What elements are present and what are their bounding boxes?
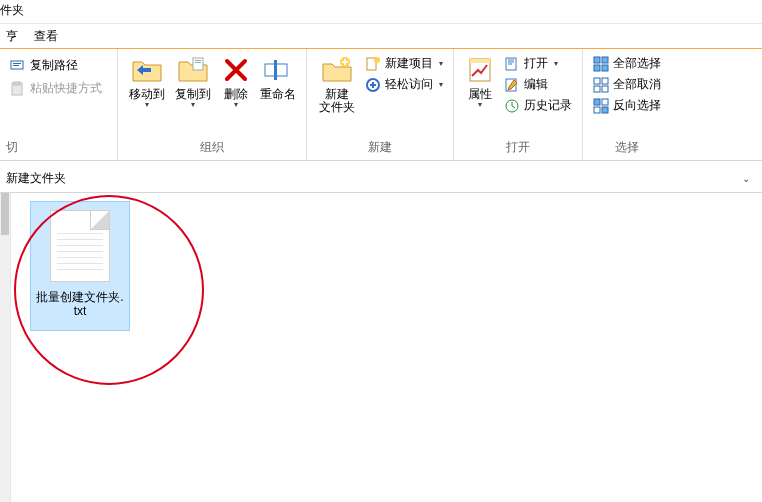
file-name-label: 批量创建文件夹. txt (36, 290, 123, 318)
svg-rect-6 (195, 60, 201, 61)
select-group-label: 选择 (589, 137, 665, 158)
menu-share[interactable]: 亨 (6, 28, 18, 45)
edit-button[interactable]: 编辑 (504, 75, 572, 94)
ribbon-accent-border (0, 48, 762, 49)
easy-access-icon (365, 77, 381, 93)
dropdown-caret-icon: ▾ (234, 102, 238, 108)
invert-selection-label: 反向选择 (613, 97, 661, 114)
invert-selection-button[interactable]: 反向选择 (593, 96, 661, 115)
svg-rect-12 (342, 61, 348, 63)
svg-point-14 (374, 57, 380, 63)
ribbon-group-clipboard: 复制路径 粘贴快捷方式 切 (0, 48, 118, 160)
paste-shortcut-label: 粘贴快捷方式 (30, 80, 102, 97)
rename-icon (262, 54, 294, 86)
paste-shortcut-button: 粘贴快捷方式 (8, 79, 109, 98)
file-item[interactable]: 批量创建文件夹. txt (30, 201, 130, 331)
ribbon: 复制路径 粘贴快捷方式 切 移动到 ▾ (0, 48, 762, 161)
properties-button[interactable]: 属性 ▾ (460, 52, 500, 137)
address-bar[interactable]: 新建文件夹 ⌄ (0, 165, 762, 193)
file-list-area: 批量创建文件夹. txt (0, 193, 762, 502)
select-all-icon (593, 56, 609, 72)
menu-view[interactable]: 查看 (34, 28, 58, 45)
open-label: 打开 (524, 55, 548, 72)
nav-scrollbar[interactable] (0, 193, 11, 502)
copy-to-icon (177, 54, 209, 86)
new-group-label: 新建 (313, 137, 447, 158)
rename-label: 重命名 (260, 88, 296, 101)
invert-selection-icon (593, 98, 609, 114)
organize-group-label: 组织 (124, 137, 300, 158)
svg-rect-4 (14, 82, 20, 85)
select-none-label: 全部取消 (613, 76, 661, 93)
ribbon-group-organize: 移动到 ▾ 复制到 ▾ 删除 ▾ 重命名 (118, 48, 307, 160)
delete-icon (220, 54, 252, 86)
text-file-icon (50, 210, 110, 282)
new-folder-button[interactable]: 新建 文件夹 (313, 52, 361, 137)
svg-rect-21 (594, 57, 600, 63)
svg-rect-28 (602, 86, 608, 92)
properties-icon (464, 54, 496, 86)
svg-rect-17 (470, 59, 490, 63)
dropdown-caret-icon: ▾ (478, 102, 482, 108)
svg-rect-2 (13, 65, 19, 66)
dropdown-caret-icon: ▾ (145, 102, 149, 108)
svg-rect-22 (602, 57, 608, 63)
new-folder-icon (321, 54, 353, 86)
svg-rect-9 (274, 60, 277, 80)
dropdown-caret-icon: ▾ (439, 59, 443, 68)
move-to-icon (131, 54, 163, 86)
svg-rect-27 (594, 86, 600, 92)
open-icon (504, 56, 520, 72)
svg-rect-31 (594, 107, 600, 113)
ribbon-group-open: 属性 ▾ 打开 ▾ 编辑 (454, 48, 583, 160)
rename-button[interactable]: 重命名 (256, 52, 300, 137)
svg-rect-26 (602, 78, 608, 84)
dropdown-caret-icon: ▾ (439, 80, 443, 89)
new-item-icon (365, 56, 381, 72)
menu-bar: 亨 查看 (0, 24, 762, 48)
window-title: 件夹 (0, 3, 24, 17)
svg-rect-29 (594, 99, 600, 105)
clipboard-fragment-label: 切 (6, 137, 111, 158)
svg-rect-1 (13, 63, 21, 64)
easy-access-button[interactable]: 轻松访问 ▾ (365, 75, 443, 94)
copy-path-label: 复制路径 (30, 57, 78, 74)
address-path: 新建文件夹 (6, 170, 736, 187)
edit-icon (504, 77, 520, 93)
ribbon-group-select: 全部选择 全部取消 反向选择 选择 (583, 48, 671, 160)
open-group-label: 打开 (460, 137, 576, 158)
svg-rect-25 (594, 78, 600, 84)
move-to-button[interactable]: 移动到 ▾ (124, 52, 170, 137)
copy-to-button[interactable]: 复制到 ▾ (170, 52, 216, 137)
scrollbar-thumb[interactable] (1, 193, 9, 235)
easy-access-label: 轻松访问 (385, 76, 433, 93)
svg-rect-23 (594, 65, 600, 71)
address-dropdown-icon[interactable]: ⌄ (736, 173, 756, 184)
svg-rect-24 (602, 65, 608, 71)
history-label: 历史记录 (524, 97, 572, 114)
copy-path-button[interactable]: 复制路径 (8, 56, 109, 75)
new-item-label: 新建项目 (385, 55, 433, 72)
select-none-button[interactable]: 全部取消 (593, 75, 661, 94)
new-item-button[interactable]: 新建项目 ▾ (365, 54, 443, 73)
select-all-label: 全部选择 (613, 55, 661, 72)
select-all-button[interactable]: 全部选择 (593, 54, 661, 73)
history-icon (504, 98, 520, 114)
window-title-area: 件夹 (0, 0, 762, 24)
svg-rect-32 (602, 107, 608, 113)
svg-rect-7 (195, 62, 201, 63)
new-folder-label: 新建 文件夹 (319, 88, 355, 114)
open-button[interactable]: 打开 ▾ (504, 54, 572, 73)
delete-button[interactable]: 删除 ▾ (216, 52, 256, 137)
svg-rect-30 (602, 99, 608, 105)
select-none-icon (593, 77, 609, 93)
dropdown-caret-icon: ▾ (191, 102, 195, 108)
svg-rect-5 (193, 58, 203, 70)
copy-path-icon (10, 58, 26, 74)
dropdown-caret-icon: ▾ (554, 59, 558, 68)
edit-label: 编辑 (524, 76, 548, 93)
ribbon-group-new: 新建 文件夹 新建项目 ▾ 轻松访问 ▾ 新建 (307, 48, 454, 160)
paste-shortcut-icon (10, 81, 26, 97)
history-button[interactable]: 历史记录 (504, 96, 572, 115)
